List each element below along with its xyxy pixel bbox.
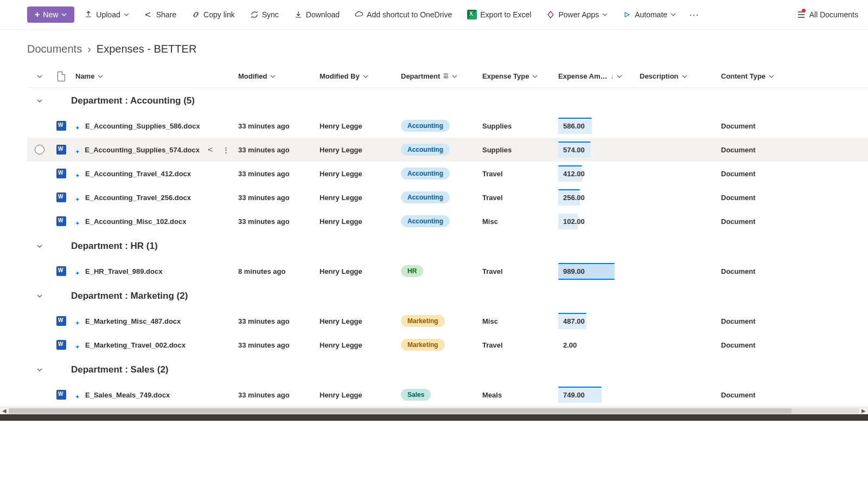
table-row[interactable]: E_Marketing_Travel_002.docx 33 minutes a… (27, 333, 868, 357)
cell-department: Marketing (397, 315, 478, 327)
column-description[interactable]: Description (635, 72, 717, 80)
breadcrumb-parent[interactable]: Documents (27, 43, 82, 55)
table-row[interactable]: E_Accounting_Supplies_586.docx 33 minute… (27, 114, 868, 138)
department-pill: Accounting (401, 144, 450, 156)
cell-name[interactable]: E_HR_Travel_989.docx (71, 267, 234, 275)
cell-contenttype: Document (717, 317, 793, 325)
group-header[interactable]: Department : Marketing (2) (27, 283, 868, 309)
cell-filetype (52, 169, 71, 178)
sync-button[interactable]: Sync (245, 7, 284, 22)
row-select-circle[interactable] (35, 145, 44, 155)
table-row[interactable]: E_HR_Travel_989.docx 8 minutes ago Henry… (27, 259, 868, 283)
table-row[interactable]: E_Accounting_Supplies_574.docx⋮ 33 minut… (27, 138, 868, 162)
addshortcut-button[interactable]: Add shortcut to OneDrive (349, 7, 457, 22)
scroll-thumb[interactable] (9, 408, 792, 414)
group-header[interactable]: Department : Sales (2) (27, 357, 868, 383)
breadcrumb-current: Expenses - BETTER (97, 43, 197, 55)
cell-modifiedby[interactable]: Henry Legge (315, 122, 397, 130)
command-bar: + New Upload Share Copy link Sync Downlo… (0, 0, 868, 30)
cell-modifiedby[interactable]: Henry Legge (315, 146, 397, 154)
department-pill: Marketing (401, 315, 445, 327)
cell-expensetype: Meals (478, 391, 554, 399)
column-filetype[interactable] (52, 72, 71, 81)
cell-name[interactable]: E_Sales_Meals_749.docx (71, 391, 234, 399)
cell-contenttype: Document (717, 146, 793, 154)
scroll-left-icon[interactable]: ◀ (0, 408, 9, 414)
cell-select[interactable] (27, 145, 52, 155)
table-row[interactable]: E_Marketing_Misc_487.docx 33 minutes ago… (27, 309, 868, 333)
cell-modifiedby[interactable]: Henry Legge (315, 170, 397, 178)
row-more-icon[interactable]: ⋮ (222, 146, 229, 154)
group-header[interactable]: Department : HR (1) (27, 233, 868, 259)
copylink-button[interactable]: Copy link (186, 7, 240, 22)
scroll-track[interactable] (9, 408, 859, 414)
column-department[interactable]: Department☰ (397, 72, 478, 80)
cell-expensetype: Misc (478, 217, 554, 226)
more-commands-button[interactable]: ⋯ (686, 5, 702, 24)
table-row[interactable]: E_Accounting_Travel_412.docx 33 minutes … (27, 162, 868, 185)
column-modifiedby[interactable]: Modified By (315, 72, 397, 80)
chevron-right-icon: › (87, 43, 91, 55)
column-contenttype[interactable]: Content Type (717, 72, 793, 80)
scroll-right-icon[interactable]: ▶ (859, 408, 868, 414)
cell-name[interactable]: E_Accounting_Supplies_586.docx (71, 122, 234, 130)
cell-amount: 586.00 (554, 118, 635, 134)
cell-filetype (52, 145, 71, 155)
word-icon (56, 192, 66, 202)
file-name: E_HR_Travel_989.docx (85, 267, 162, 275)
powerapps-button[interactable]: Power Apps (541, 7, 613, 22)
horizontal-scrollbar[interactable]: ◀ ▶ (0, 407, 868, 414)
cell-modifiedby[interactable]: Henry Legge (315, 217, 397, 226)
chevron-down-icon[interactable] (27, 243, 52, 249)
chevron-down-icon[interactable] (27, 293, 52, 299)
group-label: Department : Marketing (2) (52, 291, 188, 301)
table-row[interactable]: E_Sales_Meals_749.docx 33 minutes ago He… (27, 383, 868, 407)
export-excel-button[interactable]: Export to Excel (462, 7, 537, 23)
column-expensetype[interactable]: Expense Type (478, 72, 554, 80)
cell-name[interactable]: E_Accounting_Travel_256.docx (71, 194, 234, 202)
breadcrumb: Documents › Expenses - BETTER (0, 30, 868, 65)
share-inline-icon[interactable] (207, 146, 215, 153)
automate-icon (623, 10, 631, 19)
document-list: Name Modified Modified By Department☰ Ex… (0, 65, 868, 407)
new-indicator-icon (75, 219, 81, 224)
cell-modifiedby[interactable]: Henry Legge (315, 391, 397, 399)
column-name[interactable]: Name (71, 72, 234, 80)
new-indicator-icon (75, 147, 80, 152)
cell-modifiedby[interactable]: Henry Legge (315, 341, 397, 349)
chevron-down-icon[interactable] (27, 367, 52, 373)
share-button[interactable]: Share (139, 7, 182, 22)
chevron-down-icon[interactable] (27, 98, 52, 104)
table-row[interactable]: E_Accounting_Travel_256.docx 33 minutes … (27, 185, 868, 209)
cell-name[interactable]: E_Accounting_Supplies_574.docx⋮ (71, 146, 234, 154)
upload-button[interactable]: Upload (79, 7, 134, 22)
word-icon (56, 390, 66, 400)
cell-name[interactable]: E_Accounting_Travel_412.docx (71, 170, 234, 178)
cell-name[interactable]: E_Marketing_Travel_002.docx (71, 341, 234, 349)
amount-bar: 749.00 (558, 387, 602, 403)
download-button[interactable]: Download (289, 7, 345, 22)
new-button[interactable]: + New (27, 7, 74, 23)
cell-modified: 33 minutes ago (234, 170, 315, 178)
cell-modifiedby[interactable]: Henry Legge (315, 194, 397, 202)
table-row[interactable]: E_Accounting_Misc_102.docx 33 minutes ag… (27, 209, 868, 233)
cell-name[interactable]: E_Accounting_Misc_102.docx (71, 217, 234, 226)
cell-modified: 33 minutes ago (234, 122, 315, 130)
chevron-down-icon (602, 12, 608, 17)
automate-button[interactable]: Automate (617, 7, 681, 22)
column-select-all[interactable] (27, 74, 52, 79)
file-name: E_Accounting_Travel_256.docx (85, 194, 191, 202)
group-header[interactable]: Department : Accounting (5) (27, 88, 868, 114)
column-expenseamount[interactable]: Expense Am…↓ (554, 72, 635, 80)
cell-contenttype: Document (717, 122, 793, 130)
cell-modifiedby[interactable]: Henry Legge (315, 317, 397, 325)
new-indicator-icon (75, 195, 81, 200)
cell-modifiedby[interactable]: Henry Legge (315, 267, 397, 275)
column-modified[interactable]: Modified (234, 72, 315, 80)
unsaved-indicator-icon (802, 9, 806, 12)
cell-name[interactable]: E_Marketing_Misc_487.docx (71, 317, 234, 325)
chevron-down-icon (671, 12, 676, 17)
file-name: E_Accounting_Supplies_586.docx (85, 122, 200, 130)
view-selector-button[interactable]: All Documents (792, 7, 863, 23)
cell-expensetype: Misc (478, 317, 554, 325)
